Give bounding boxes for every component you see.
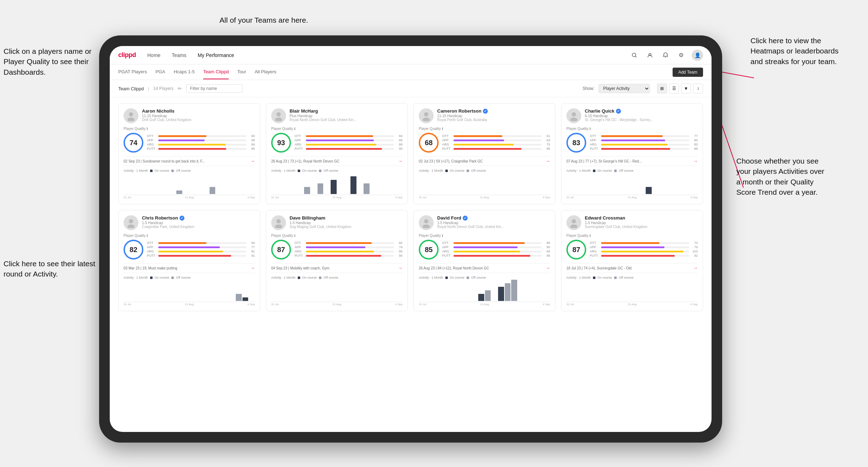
sort-icon[interactable]: ↕ bbox=[693, 84, 703, 93]
latest-round[interactable]: 02 Jul 23 | 59 (+17), Craigmillar Park G… bbox=[419, 156, 550, 166]
player-avatar bbox=[419, 108, 434, 123]
annotation-activities: Choose whether you seeyour players Activ… bbox=[736, 156, 824, 198]
bell-icon[interactable] bbox=[661, 50, 670, 60]
round-arrow-icon: → bbox=[546, 159, 550, 164]
player-name[interactable]: Edward Crossman bbox=[585, 215, 698, 221]
quality-label: Player Quality ℹ bbox=[566, 234, 698, 238]
player-avatar bbox=[124, 108, 138, 123]
player-header: Aaron Nicholls 11-15 Handicap Drift Golf… bbox=[124, 108, 255, 123]
ipad-screen: clippd Home Teams My Performance bbox=[110, 46, 712, 432]
team-count: 14 Players bbox=[153, 86, 173, 91]
search-input[interactable] bbox=[186, 84, 243, 93]
quality-section: 82 OTT60 APP77 ARG81 PUTT91 bbox=[124, 240, 255, 260]
players-grid: Aaron Nicholls 11-15 Handicap Drift Golf… bbox=[110, 97, 712, 432]
stats-bars: OTT60 APP58 ARG84 PUTT85 bbox=[147, 134, 255, 151]
stats-bars: OTT73 APP79 ARG103 PUTT92 bbox=[590, 241, 698, 258]
on-course-dot bbox=[593, 277, 595, 279]
verified-badge: ✓ bbox=[179, 216, 184, 221]
off-course-dot bbox=[467, 170, 469, 172]
activity-section: Activity · 1 Month On course Off course … bbox=[124, 169, 255, 199]
off-course-dot bbox=[319, 277, 321, 279]
latest-round[interactable]: 18 Jul 23 | 74 (+4), Sunningdale GC - Ol… bbox=[566, 263, 698, 273]
ipad-frame: clippd Home Teams My Performance bbox=[99, 35, 722, 443]
activity-section: Activity · 1 Month On course Off course … bbox=[271, 276, 402, 306]
quality-circle[interactable]: 87 bbox=[271, 240, 291, 260]
svg-point-23 bbox=[570, 224, 577, 228]
latest-round[interactable]: 02 Sep 23 | Sundowner round to get back … bbox=[124, 156, 255, 166]
filter-icon[interactable]: ▼ bbox=[681, 84, 691, 93]
player-name[interactable]: David Ford ✓ bbox=[437, 215, 550, 221]
tab-pgat-players[interactable]: PGAT Players bbox=[118, 65, 147, 79]
chart-dates: 31 Jul21 Aug4 Sep bbox=[419, 196, 550, 199]
quality-label: Player Quality ℹ bbox=[419, 127, 550, 131]
verified-badge: ✓ bbox=[463, 216, 468, 221]
player-name[interactable]: Blair McHarg bbox=[290, 108, 402, 114]
tab-pga[interactable]: PGA bbox=[155, 65, 165, 79]
latest-round[interactable]: 07 Aug 23 | 77 (+7), St George's Hill GC… bbox=[566, 156, 698, 166]
svg-point-10 bbox=[276, 112, 281, 116]
search-icon[interactable] bbox=[629, 50, 639, 60]
player-club: Royal Perth Golf Club, Australia bbox=[437, 118, 550, 122]
on-course-dot bbox=[593, 170, 595, 172]
activity-chart bbox=[566, 174, 698, 195]
player-name[interactable]: Aaron Nicholls bbox=[142, 108, 255, 114]
quality-circle[interactable]: 87 bbox=[566, 240, 586, 260]
annotation-teams: All of your Teams are here. bbox=[219, 15, 308, 25]
quality-circle[interactable]: 68 bbox=[419, 133, 439, 153]
quality-circle[interactable]: 93 bbox=[271, 133, 291, 153]
grid-view-icon[interactable]: ⊞ bbox=[657, 84, 667, 93]
quality-label: Player Quality ℹ bbox=[124, 234, 255, 238]
player-name[interactable]: Charlie Quick ✓ bbox=[585, 108, 698, 114]
tab-team-clippd[interactable]: Team Clippd bbox=[203, 65, 229, 79]
quality-section: 87 OTT82 APP74 ARG85 PUTT94 bbox=[271, 240, 402, 260]
annotation-latest-round: Click here to see their latestround or A… bbox=[4, 258, 95, 279]
player-name[interactable]: Chris Robertson ✓ bbox=[142, 215, 255, 221]
svg-point-11 bbox=[275, 118, 282, 121]
player-name[interactable]: Dave Billingham bbox=[290, 215, 402, 221]
svg-point-13 bbox=[423, 118, 430, 121]
latest-round[interactable]: 04 Sep 23 | Mobility with coach, Gym → bbox=[271, 263, 402, 273]
stats-bars: OTT61 APP63 ARG75 PUTT85 bbox=[442, 134, 550, 151]
nav-teams[interactable]: Teams bbox=[172, 51, 186, 59]
activity-chart bbox=[271, 281, 402, 302]
verified-badge: ✓ bbox=[616, 109, 621, 114]
activity-chart bbox=[419, 174, 550, 195]
player-handicap: 6-10 Handicap bbox=[585, 114, 698, 118]
latest-round[interactable]: 26 Aug 23 | 84 (+12), Royal North Devon … bbox=[419, 263, 550, 273]
svg-line-6 bbox=[635, 56, 637, 57]
settings-icon[interactable]: ⚙ bbox=[676, 50, 686, 60]
quality-circle[interactable]: 83 bbox=[566, 133, 586, 153]
quality-circle[interactable]: 85 bbox=[419, 240, 439, 260]
tab-all-players[interactable]: All Players bbox=[255, 65, 276, 79]
add-team-button[interactable]: Add Team bbox=[673, 68, 703, 77]
tab-tour[interactable]: Tour bbox=[237, 65, 246, 79]
user-avatar[interactable]: 👤 bbox=[692, 50, 703, 61]
player-club: Sunningdale Golf Club, United Kingdom bbox=[585, 225, 698, 229]
nav-my-performance[interactable]: My Performance bbox=[198, 51, 234, 59]
tab-hcaps[interactable]: Hcaps 1-5 bbox=[174, 65, 195, 79]
logo[interactable]: clippd bbox=[118, 51, 136, 59]
activity-section: Activity · 1 Month On course Off course … bbox=[419, 169, 550, 199]
team-header: Team Clippd | 14 Players ✏ Show: Player … bbox=[110, 80, 712, 97]
nav-home[interactable]: Home bbox=[147, 51, 160, 59]
list-view-icon[interactable]: ☰ bbox=[669, 84, 679, 93]
show-select[interactable]: Player Activity Quality Score Trend bbox=[599, 84, 650, 93]
top-nav: clippd Home Teams My Performance bbox=[110, 46, 712, 64]
pipe: | bbox=[148, 86, 149, 91]
person-icon[interactable] bbox=[645, 50, 655, 60]
quality-circle[interactable]: 82 bbox=[124, 240, 143, 260]
player-handicap: 1-5 Handicap bbox=[290, 221, 402, 225]
latest-round[interactable]: 26 Aug 23 | 73 (+1), Royal North Devon G… bbox=[271, 156, 402, 166]
player-handicap: 11-15 Handicap bbox=[437, 114, 550, 118]
player-club: St. George's Hill GC - Weybridge - Surre… bbox=[585, 118, 698, 122]
activity-section: Activity · 1 Month On course Off course … bbox=[566, 276, 698, 306]
verified-badge: ✓ bbox=[483, 109, 488, 114]
edit-icon[interactable]: ✏ bbox=[178, 86, 182, 91]
activity-header: Activity · 1 Month On course Off course bbox=[566, 276, 698, 279]
quality-circle[interactable]: 74 bbox=[124, 133, 143, 153]
svg-point-21 bbox=[423, 224, 430, 228]
player-name[interactable]: Cameron Robertson ✓ bbox=[437, 108, 550, 114]
player-club: Royal North Devon Golf Club, United Kin.… bbox=[290, 118, 402, 122]
latest-round[interactable]: 03 Mar 23 | 19, Must make putting → bbox=[124, 263, 255, 273]
player-header: Dave Billingham 1-5 Handicap Sog Maging … bbox=[271, 215, 402, 230]
